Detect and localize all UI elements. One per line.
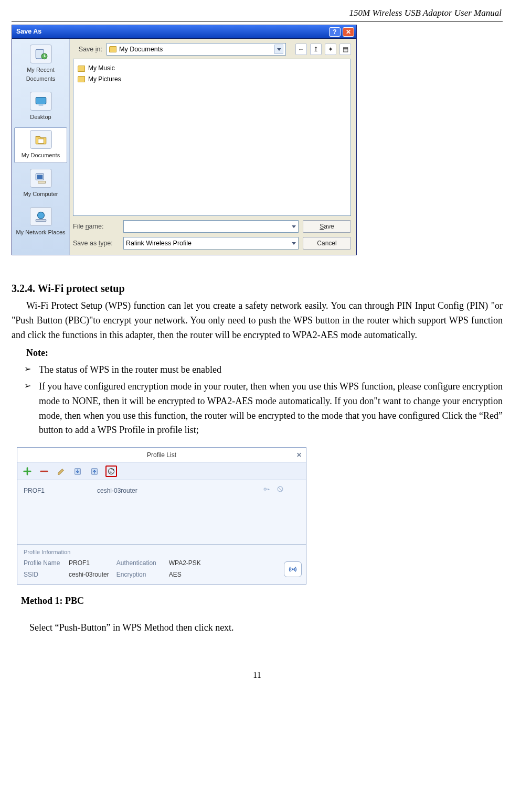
views-button[interactable]: ▤ xyxy=(339,44,351,55)
new-folder-button[interactable]: ✦ xyxy=(325,44,336,55)
step-text: Select “Push-Button” in WPS Method then … xyxy=(29,621,503,635)
save-as-type-value: Ralink Wireless Profile xyxy=(126,239,289,248)
profile-info-strip: Profile Information Profile NamePROF1 SS… xyxy=(17,544,306,583)
import-profile-icon[interactable] xyxy=(72,465,83,477)
table-row[interactable]: PROF1 ceshi-03router xyxy=(24,484,300,497)
dropdown-arrow-icon[interactable] xyxy=(274,45,283,54)
folder-icon xyxy=(78,66,85,72)
key-icon xyxy=(263,485,270,496)
export-profile-icon[interactable] xyxy=(89,465,100,477)
svg-rect-7 xyxy=(38,181,45,183)
svg-point-8 xyxy=(37,212,44,219)
bullet-item: If you have configured encryption mode i… xyxy=(24,380,503,438)
desktop-icon xyxy=(30,92,52,111)
kv-key: SSID xyxy=(24,570,65,580)
page: 150M Wireless USB Adaptor User Manual Sa… xyxy=(0,0,510,703)
kv-key: Encryption xyxy=(116,570,165,580)
radio-icon xyxy=(284,561,302,577)
profile-list-panel: Profile List ✕ PROF1 xyxy=(17,447,306,584)
dropdown-arrow-icon[interactable] xyxy=(292,242,296,245)
place-my-network-places[interactable]: My Network Places xyxy=(14,204,67,240)
place-label: Desktop xyxy=(30,113,51,122)
kv-value: AES xyxy=(169,570,182,580)
up-one-level-button[interactable]: ↥ xyxy=(310,44,322,55)
block-icon xyxy=(277,485,284,496)
kv-key: Profile Name xyxy=(24,558,65,568)
close-icon[interactable]: ✕ xyxy=(296,450,302,460)
save-as-dialog: Save As ? ✕ My Recent Documents Desk xyxy=(12,25,357,255)
save-in-combo[interactable]: My Documents xyxy=(107,43,286,56)
save-as-type-combo[interactable]: Ralink Wireless Profile xyxy=(123,237,299,250)
dropdown-arrow-icon[interactable] xyxy=(292,225,296,228)
panel-toolbar xyxy=(17,462,306,480)
my-documents-icon xyxy=(30,130,52,149)
panel-title: Profile List xyxy=(147,450,176,460)
svg-rect-4 xyxy=(38,139,44,144)
folder-icon xyxy=(109,46,116,52)
save-in-label: Save in: xyxy=(73,45,102,55)
cancel-button[interactable]: Cancel xyxy=(303,237,351,250)
list-item[interactable]: My Pictures xyxy=(78,74,346,84)
list-item[interactable]: My Music xyxy=(78,63,346,73)
kv-value: PROF1 xyxy=(69,558,90,568)
svg-rect-2 xyxy=(36,98,46,104)
bullet-item: The status of WPS in the router must be … xyxy=(24,363,503,377)
dialog-title: Save As xyxy=(16,27,41,37)
place-my-computer[interactable]: My Computer xyxy=(14,166,67,201)
row-ssid: ceshi-03router xyxy=(97,486,252,496)
edit-profile-icon[interactable] xyxy=(55,465,67,477)
page-number: 11 xyxy=(12,669,503,682)
kv-value: WPA2-PSK xyxy=(169,558,201,568)
info-legend: Profile Information xyxy=(24,548,302,557)
close-button[interactable]: ✕ xyxy=(343,27,354,37)
dialog-titlebar: Save As ? ✕ xyxy=(12,25,356,39)
place-label: My Network Places xyxy=(16,228,65,237)
method-heading: Method 1: PBC xyxy=(21,594,503,609)
kv-key: Authentication xyxy=(116,558,165,568)
section-heading: 3.2.4. Wi-Fi protect setup xyxy=(12,280,503,297)
place-label: My Documents xyxy=(22,151,60,160)
place-label: My Computer xyxy=(23,190,58,199)
item-label: My Music xyxy=(88,63,115,73)
svg-point-13 xyxy=(264,488,266,490)
my-computer-icon xyxy=(30,169,52,188)
help-button[interactable]: ? xyxy=(329,27,341,37)
svg-rect-9 xyxy=(36,219,46,221)
place-my-documents[interactable]: My Documents xyxy=(14,127,67,163)
kv-value: ceshi-03router xyxy=(69,570,109,580)
folder-icon xyxy=(78,76,85,82)
network-places-icon xyxy=(30,207,52,226)
paragraph: Wi-Fi Protect Setup (WPS) function can l… xyxy=(12,299,503,343)
svg-rect-6 xyxy=(37,175,42,179)
place-label: My Recent Documents xyxy=(16,66,66,83)
doc-header: 150M Wireless USB Adaptor User Manual xyxy=(12,5,503,21)
save-in-value: My Documents xyxy=(119,45,163,55)
profile-list-area: PROF1 ceshi-03router xyxy=(17,480,306,544)
place-my-recent-documents[interactable]: My Recent Documents xyxy=(14,42,67,86)
svg-point-15 xyxy=(292,568,294,570)
row-name: PROF1 xyxy=(24,486,87,496)
wps-profile-button[interactable] xyxy=(105,465,117,477)
place-desktop[interactable]: Desktop xyxy=(14,89,67,124)
note-label: Note: xyxy=(26,346,503,361)
add-profile-icon[interactable] xyxy=(22,465,33,477)
back-button[interactable]: ← xyxy=(295,44,307,55)
places-bar: My Recent Documents Desktop My Documents xyxy=(12,39,70,255)
save-button[interactable]: Save xyxy=(303,220,351,233)
item-label: My Pictures xyxy=(88,74,121,84)
remove-profile-icon[interactable] xyxy=(38,465,50,477)
file-list-area[interactable]: My Music My Pictures xyxy=(73,59,351,216)
filename-field[interactable] xyxy=(123,220,299,233)
svg-rect-3 xyxy=(38,105,43,106)
recent-documents-icon xyxy=(30,45,52,63)
